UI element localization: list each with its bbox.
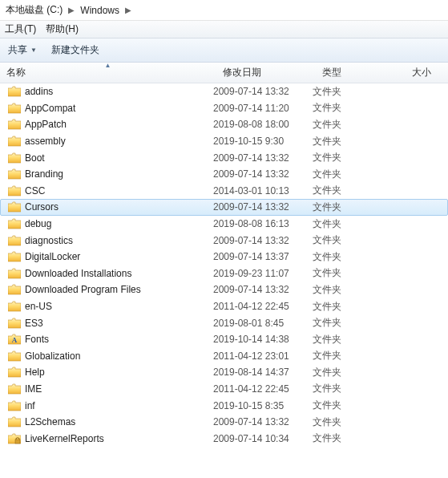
cell-type: 文件夹 (313, 382, 402, 395)
table-row[interactable]: Globalization2011-04-12 23:01文件夹 (0, 348, 448, 365)
cell-type: 文件夹 (313, 250, 402, 264)
file-name: Branding (25, 168, 63, 180)
table-row[interactable]: diagnostics2009-07-14 13:32文件夹 (0, 232, 448, 249)
cell-type: 文件夹 (313, 184, 402, 197)
table-row[interactable]: Boot2009-07-14 13:32文件夹 (0, 149, 448, 166)
cell-name: addins (3, 86, 213, 97)
file-list[interactable]: addins2009-07-14 13:32文件夹AppCompat2009-0… (0, 83, 448, 478)
cell-date: 2009-07-14 13:32 (213, 235, 313, 246)
table-row[interactable]: Branding2009-07-14 13:32文件夹 (0, 166, 448, 183)
cell-type: 文件夹 (313, 366, 402, 379)
folder-icon (8, 350, 21, 362)
cell-type: 文件夹 (313, 283, 402, 297)
table-row[interactable]: AFonts2019-10-14 14:38文件夹 (0, 331, 448, 348)
column-date[interactable]: 修改日期 (216, 63, 316, 83)
table-row[interactable]: addins2009-07-14 13:32文件夹 (0, 83, 448, 100)
cell-name: diagnostics (3, 235, 213, 246)
cell-date: 2019-08-01 8:45 (213, 318, 313, 329)
cell-name: AppCompat (3, 103, 213, 114)
folder-icon (8, 201, 21, 213)
table-row[interactable]: Help2019-08-14 14:37文件夹 (0, 364, 448, 381)
column-type[interactable]: 类型 (316, 63, 406, 83)
folder-icon (8, 416, 21, 427)
cell-name: AFonts (3, 334, 213, 345)
file-name: AppPatch (25, 119, 67, 130)
cell-type: 文件夹 (313, 333, 402, 346)
column-label: 大小 (412, 66, 431, 79)
cell-name: Help (3, 367, 213, 378)
file-name: CSC (25, 185, 45, 196)
table-row[interactable]: L2Schemas2009-07-14 13:32文件夹 (0, 414, 448, 431)
share-label: 共享 (8, 43, 27, 57)
locked-folder-icon (8, 433, 21, 444)
toolbar: 共享 ▼ 新建文件夹 (0, 38, 448, 63)
cell-name: Downloaded Program Files (3, 284, 213, 295)
cell-type: 文件夹 (313, 85, 402, 99)
cell-type: 文件夹 (313, 217, 402, 231)
folder-icon (8, 235, 21, 246)
file-name: debug (25, 218, 51, 229)
table-row[interactable]: ES32019-08-01 8:45文件夹 (0, 314, 448, 331)
folder-icon (8, 268, 21, 279)
table-row[interactable]: AppPatch2019-08-08 18:00文件夹 (0, 116, 448, 133)
file-name: inf (25, 400, 35, 411)
cell-name: Globalization (3, 350, 213, 362)
cell-date: 2009-07-14 13:32 (213, 284, 313, 295)
menu-help[interactable]: 帮助(H) (46, 22, 79, 36)
table-row[interactable]: debug2019-08-08 16:13文件夹 (0, 216, 448, 233)
cell-name: DigitalLocker (3, 251, 213, 262)
table-row[interactable]: Cursors2009-07-14 13:32文件夹 (0, 199, 448, 216)
chevron-right-icon[interactable]: ▶ (123, 6, 133, 14)
cell-date: 2011-04-12 22:45 (213, 301, 313, 312)
folder-icon (8, 251, 21, 262)
chevron-right-icon[interactable]: ▶ (67, 6, 76, 14)
table-row[interactable]: DigitalLocker2009-07-14 13:37文件夹 (0, 249, 448, 265)
breadcrumb: 本地磁盘 (C:) ▶ Windows ▶ (0, 0, 448, 21)
table-row[interactable]: en-US2011-04-12 22:45文件夹 (0, 298, 448, 315)
table-row[interactable]: assembly2019-10-15 9:30文件夹 (0, 133, 448, 150)
cell-date: 2009-07-14 13:32 (213, 201, 313, 213)
breadcrumb-item-windows[interactable]: Windows (76, 5, 123, 16)
menu-tools[interactable]: 工具(T) (5, 22, 36, 36)
file-name: Fonts (25, 334, 49, 345)
folder-icon (8, 367, 21, 378)
cell-type: 文件夹 (313, 135, 402, 148)
file-name: AppCompat (25, 103, 75, 114)
file-name: DigitalLocker (25, 251, 80, 262)
cell-type: 文件夹 (313, 118, 402, 132)
table-row[interactable]: CSC2014-03-01 10:13文件夹 (0, 183, 448, 200)
file-name: Globalization (25, 350, 80, 362)
cell-type: 文件夹 (313, 266, 402, 280)
cell-date: 2019-10-15 9:30 (213, 136, 313, 147)
sort-ascending-icon: ▲ (105, 62, 111, 69)
cell-date: 2019-10-14 14:38 (213, 334, 313, 345)
cell-name: ES3 (3, 318, 213, 329)
file-name: assembly (25, 136, 66, 147)
cell-type: 文件夹 (313, 300, 402, 314)
folder-icon (8, 152, 21, 164)
cell-type: 文件夹 (313, 349, 402, 363)
table-row[interactable]: Downloaded Installations2019-09-23 11:07… (0, 265, 448, 282)
folder-icon (8, 86, 21, 97)
file-name: diagnostics (25, 235, 73, 246)
cell-date: 2019-08-08 16:13 (213, 218, 313, 229)
cell-name: Downloaded Installations (3, 268, 213, 279)
table-row[interactable]: LiveKernelReports2009-07-14 10:34文件夹 (0, 430, 448, 447)
new-folder-button[interactable]: 新建文件夹 (51, 43, 99, 57)
cell-date: 2019-09-23 11:07 (213, 268, 313, 279)
share-button[interactable]: 共享 ▼ (8, 43, 37, 57)
folder-icon (8, 383, 21, 395)
cell-name: Branding (3, 168, 213, 180)
breadcrumb-item-drive[interactable]: 本地磁盘 (C:) (2, 3, 67, 17)
column-label: 类型 (322, 66, 341, 79)
table-row[interactable]: Downloaded Program Files2009-07-14 13:32… (0, 282, 448, 298)
table-row[interactable]: AppCompat2009-07-14 11:20文件夹 (0, 100, 448, 117)
table-row[interactable]: IME2011-04-12 22:45文件夹 (0, 381, 448, 398)
table-row[interactable]: inf2019-10-15 8:35文件夹 (0, 397, 448, 414)
column-size[interactable]: 大小 (406, 63, 448, 83)
cell-date: 2019-08-08 18:00 (213, 119, 313, 130)
column-name[interactable]: 名称 ▲ (0, 63, 216, 83)
new-folder-label: 新建文件夹 (51, 43, 99, 57)
column-label: 修改日期 (223, 66, 261, 79)
cell-name: debug (3, 218, 213, 229)
